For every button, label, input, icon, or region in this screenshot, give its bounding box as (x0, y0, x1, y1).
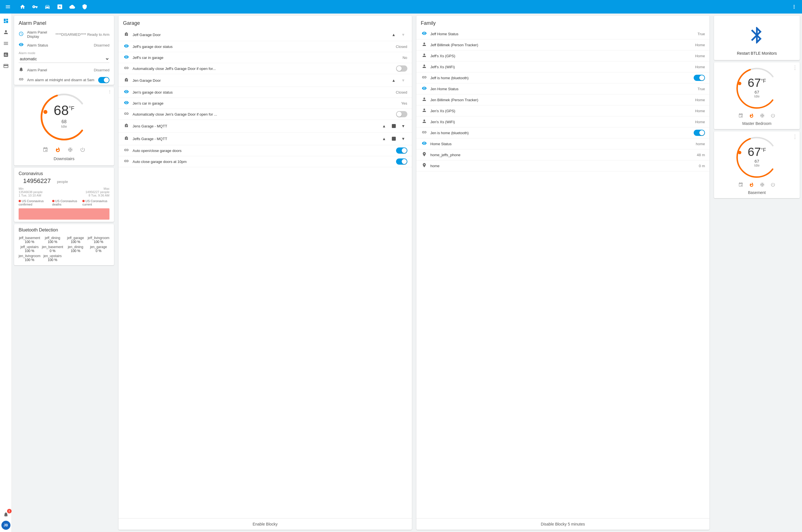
sidebar-item-list[interactable] (1, 38, 11, 49)
jeff-xs-wifi-label: Jeff's Xs (WiFi) (430, 65, 693, 69)
auto-close-10pm-toggle[interactable] (396, 158, 407, 165)
arm-alarm-label: Arm alarm at midnight and disarm at 5am (27, 78, 95, 82)
bt-item-jen-livingroom: jen_livingroom 100 % (19, 254, 41, 262)
eye-icon-jeff-car (123, 54, 130, 61)
eye-icon-jeff-status (123, 43, 130, 50)
jen-bluetooth-toggle[interactable] (694, 130, 705, 136)
jeff-garage-down-btn[interactable]: ▼ (399, 31, 407, 39)
thermostat-downstairs-panel: ⋮ 68°F 68 Idle (14, 87, 114, 166)
jen-garage-up-btn[interactable]: ▲ (390, 76, 398, 84)
person-icon-jeff-gps (421, 53, 428, 59)
sidebar-item-notifications[interactable]: 3 (1, 510, 11, 519)
jen-xs-gps-row: Jen's Xs (GPS) Home (416, 106, 710, 116)
alarm-panel-label: Alarm Panel (27, 68, 90, 72)
corona-title: Coronavirus (14, 168, 114, 177)
thermo-master-cool-icon[interactable] (760, 113, 765, 119)
thermo-basement-schedule-icon[interactable] (738, 182, 743, 189)
thermostat-content: 68°F 68 Idle (14, 87, 114, 166)
disable-blocky-btn[interactable]: Disable Blocky 5 minutes (416, 518, 710, 530)
bell-icon (19, 67, 24, 73)
key-nav-icon[interactable] (29, 1, 41, 13)
eye-icon-alarm (19, 42, 24, 49)
jen-person-tracker-value: Home (695, 98, 705, 102)
jen-auto-close-toggle[interactable] (396, 111, 407, 117)
thermo-master-power-icon[interactable] (770, 113, 776, 119)
jeffs-mqtt-stop-btn[interactable] (390, 135, 398, 142)
nfc-nav-icon[interactable] (54, 1, 66, 13)
alarm-status-value: Disarmed (94, 43, 109, 48)
jens-garage-mqtt-row: Jens Garage - MQTT ▲ ▼ (118, 120, 412, 133)
user-avatar[interactable]: JB (1, 521, 11, 530)
family-title: Family (416, 16, 710, 28)
jens-mqtt-stop-btn[interactable] (390, 122, 398, 130)
clock-icon (19, 31, 24, 38)
thermo-master-name: Master Bedroom (719, 121, 795, 126)
person-icon-jen-wifi (421, 119, 428, 125)
corona-chart (19, 208, 109, 220)
jens-mqtt-up-btn[interactable]: ▲ (380, 122, 388, 130)
location-icon-jeff-phone (421, 152, 428, 158)
jen-xs-wifi-row: Jen's Xs (WiFi) Home (416, 116, 710, 128)
arm-alarm-toggle[interactable] (98, 77, 109, 83)
link-icon-jen-bt (421, 130, 428, 136)
jen-garage-down-btn[interactable]: ▼ (399, 76, 407, 84)
jen-auto-close-label: Automatically close Jen's Garage Door if… (133, 112, 393, 116)
schedule-icon[interactable] (43, 147, 48, 154)
thermo-master-heat-icon[interactable] (749, 113, 754, 119)
thermo-basement-cool-icon[interactable] (760, 182, 765, 189)
top-bar (0, 0, 802, 14)
jen-garage-door-label: Jen Garage Door (133, 78, 387, 82)
thermo-master-more-icon[interactable]: ⋮ (792, 64, 798, 71)
bt-monitor-panel[interactable]: Restart BTLE Monitors (714, 16, 800, 60)
jeff-bluetooth-toggle[interactable] (694, 75, 705, 81)
bt-item-jen-dining: jen_dining 100 % (64, 245, 87, 253)
garage-panel: Garage Jeff Garage Door ▲ ▼ (118, 16, 412, 530)
jeff-garage-up-btn[interactable]: ▲ (390, 31, 398, 39)
car-nav-icon[interactable] (42, 1, 53, 13)
jeff-phone-row: home_jeffs_phone 48 m (416, 149, 710, 160)
alarm-status-label: Alarm Status (27, 43, 90, 48)
sidebar-bottom: 3 JB (1, 510, 11, 530)
home-location-row: home 0 m (416, 160, 710, 171)
corona-max-label: Max (86, 187, 109, 190)
cool-icon[interactable] (68, 147, 73, 154)
menu-icon[interactable] (2, 1, 14, 13)
bt-item-jeff-upstairs: jeff_upstairs 100 % (19, 245, 41, 253)
thermo-master-schedule-icon[interactable] (738, 113, 743, 119)
jeff-car-label: Jeff's car in garage (133, 56, 400, 60)
jeffs-mqtt-up-btn[interactable]: ▲ (380, 135, 388, 142)
thermo-basement-power-icon[interactable] (770, 182, 776, 189)
thermostat-more-icon[interactable]: ⋮ (108, 89, 112, 94)
jens-mqtt-down-btn[interactable]: ▼ (399, 122, 407, 130)
corona-unit: people (57, 179, 68, 184)
home-nav-icon[interactable] (17, 1, 28, 13)
alarm-mode-select[interactable]: automatic (19, 55, 109, 63)
jeffs-mqtt-icon (123, 136, 130, 142)
auto-close-10pm-row: Auto close garage doors at 10pm (118, 156, 412, 167)
sidebar: 3 JB (0, 14, 12, 532)
sidebar-item-card[interactable] (1, 61, 11, 71)
sidebar-item-chart[interactable] (1, 50, 11, 60)
jeff-auto-close-toggle[interactable] (396, 65, 407, 72)
power-icon[interactable] (80, 147, 86, 154)
link-icon-arm (19, 77, 24, 83)
jeff-bluetooth-label: Jeff is home (bluetooth) (430, 76, 691, 80)
jen-xs-gps-value: Home (695, 109, 705, 113)
thermo-basement-heat-icon[interactable] (749, 182, 754, 189)
shield-nav-icon[interactable] (79, 1, 90, 13)
sidebar-item-dashboard[interactable] (1, 16, 11, 26)
thermostat-name: Downstairs (54, 156, 74, 161)
sidebar-item-people[interactable] (1, 27, 11, 37)
cloud-nav-icon[interactable] (67, 1, 78, 13)
more-menu-icon[interactable] (788, 1, 800, 13)
jen-home-status-value: True (697, 87, 705, 91)
alarm-status-row: Alarm Status Disarmed (14, 40, 114, 50)
heat-icon[interactable] (55, 147, 61, 154)
auto-open-close-toggle[interactable] (396, 148, 407, 154)
jeff-auto-close-label: Automatically close Jeff's Garage Door i… (133, 66, 393, 71)
jeffs-mqtt-down-btn[interactable]: ▼ (399, 135, 407, 142)
enable-blocky-btn[interactable]: Enable Blocky (118, 518, 412, 530)
bt-item-jeff-livingroom: jeff_livingroom 100 % (88, 236, 110, 244)
thermo-basement-more-icon[interactable]: ⋮ (792, 134, 798, 140)
jeff-garage-door-controls: ▲ ▼ (390, 31, 407, 39)
